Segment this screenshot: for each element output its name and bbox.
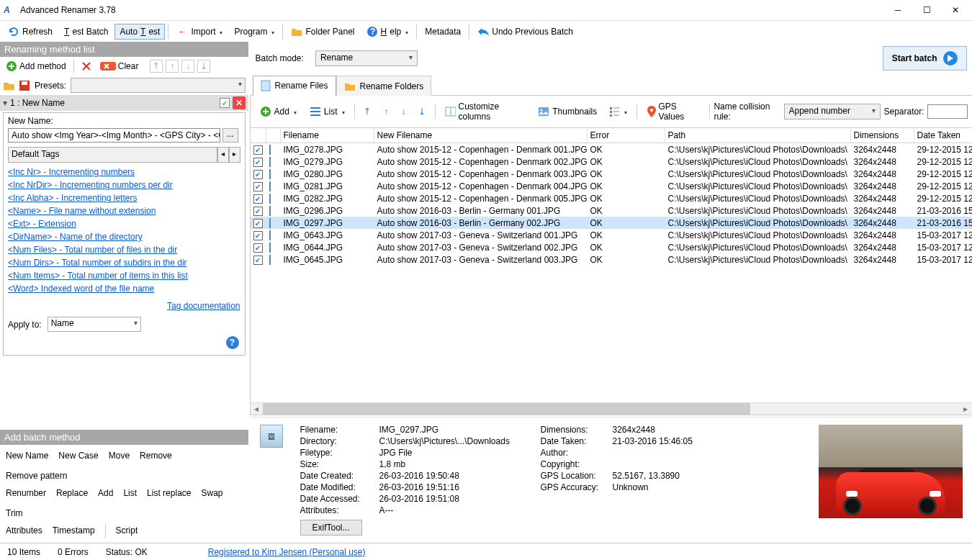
sort-up-button[interactable]: ↑ — [379, 104, 393, 119]
move-bottom-button[interactable]: ⤓ — [197, 60, 210, 73]
pattern-browse-button[interactable]: ... — [222, 128, 238, 143]
table-row[interactable]: ✔IMG_0278.JPGAuto show 2015-12 - Copenha… — [251, 143, 972, 155]
pattern-input[interactable]: Auto show <Img Year>-<Img Month> - <GPS … — [8, 128, 220, 143]
row-checkbox[interactable]: ✔ — [253, 207, 263, 216]
method-help-button[interactable]: ? — [226, 336, 239, 349]
tag-link[interactable]: <Inc NrDir> - Incrementing numbers per d… — [8, 180, 240, 190]
row-checkbox[interactable]: ✔ — [253, 231, 263, 240]
save-preset-icon[interactable] — [19, 80, 30, 91]
tag-category-select[interactable]: Default Tags — [8, 147, 217, 163]
batch-method-list[interactable]: List — [122, 487, 138, 500]
row-checkbox[interactable]: ✔ — [253, 145, 263, 155]
collision-select[interactable]: Append number — [784, 104, 881, 119]
list-menu-button[interactable]: List — [305, 104, 350, 119]
row-checkbox[interactable]: ✔ — [253, 194, 263, 204]
table-row[interactable]: ✔IMG_0281.JPGAuto show 2015-12 - Copenha… — [251, 180, 972, 192]
tag-next-button[interactable]: ▸ — [229, 147, 240, 163]
col-new-filename[interactable]: New Filename — [374, 128, 588, 143]
column-options-button[interactable] — [605, 104, 632, 119]
horizontal-scrollbar[interactable]: ◂▸ — [251, 402, 972, 415]
move-down-button[interactable]: ↓ — [181, 60, 194, 73]
batch-method-remove[interactable]: Remove — [138, 449, 174, 462]
presets-select[interactable] — [71, 78, 245, 93]
batch-method-script[interactable]: Script — [114, 524, 140, 538]
tag-link[interactable]: <Name> - File name without extension — [8, 206, 240, 216]
batch-method-swap[interactable]: Swap — [199, 487, 224, 500]
sort-bottom-button[interactable]: ⤓ — [413, 104, 431, 119]
batch-method-trim[interactable]: Trim — [4, 507, 24, 520]
folder-panel-button[interactable]: Folder Panel — [286, 23, 359, 40]
table-row[interactable]: ✔IMG_0297.JPGAuto show 2016-03 - Berlin … — [251, 217, 972, 229]
table-row[interactable]: ✔IMG_0282.JPGAuto show 2015-12 - Copenha… — [251, 192, 972, 204]
batch-method-add[interactable]: Add — [96, 487, 114, 500]
batch-method-renumber[interactable]: Renumber — [4, 487, 48, 500]
move-top-button[interactable]: ⤒ — [150, 60, 163, 73]
row-checkbox[interactable]: ✔ — [253, 170, 263, 179]
undo-button[interactable]: Undo Previous Batch — [472, 23, 578, 40]
row-checkbox[interactable]: ✔ — [253, 256, 263, 265]
batch-method-remove-pattern[interactable]: Remove pattern — [4, 469, 68, 482]
batch-method-timestamp[interactable]: Timestamp — [51, 524, 96, 538]
batch-method-move[interactable]: Move — [107, 449, 131, 462]
tag-link[interactable]: <Word> Indexed word of the file name — [8, 284, 240, 294]
table-row[interactable]: ✔IMG_0279.JPGAuto show 2015-12 - Copenha… — [251, 155, 972, 168]
minimize-button[interactable]: ─ — [891, 4, 904, 17]
start-batch-button[interactable]: Start batch — [883, 46, 967, 71]
move-up-button[interactable]: ↑ — [166, 60, 179, 73]
batch-method-attributes[interactable]: Attributes — [4, 524, 44, 538]
clear-methods-button[interactable]: Clear — [97, 60, 142, 73]
method-remove-button[interactable]: ✕ — [233, 96, 246, 109]
collapse-icon[interactable]: ▾ — [3, 98, 7, 108]
registration-link[interactable]: Registered to Kim Jensen (Personal use) — [208, 547, 366, 557]
sort-down-button[interactable]: ↓ — [396, 104, 410, 119]
thumbnails-button[interactable]: Thumbnails — [533, 104, 602, 119]
tab-rename-files[interactable]: Rename Files — [253, 76, 336, 96]
gps-values-button[interactable]: GPS Values — [642, 99, 704, 125]
row-checkbox[interactable]: ✔ — [253, 219, 263, 228]
exiftool-button[interactable]: ExifTool... — [300, 520, 362, 536]
batch-mode-select[interactable]: Rename — [315, 50, 418, 66]
tag-documentation-link[interactable]: Tag documentation — [167, 301, 240, 311]
tag-link[interactable]: <Inc Nr> - Incrementing numbers — [8, 167, 240, 177]
delete-method-button[interactable] — [78, 60, 94, 73]
tag-link[interactable]: <Num Items> - Total number of items in t… — [8, 271, 240, 281]
tag-prev-button[interactable]: ◂ — [217, 147, 229, 163]
table-row[interactable]: ✔IMG_0643.JPGAuto show 2017-03 - Geneva … — [251, 229, 972, 241]
separator-input[interactable] — [927, 104, 968, 119]
batch-method-replace[interactable]: Replace — [55, 487, 89, 500]
col-dimensions[interactable]: Dimensions — [851, 128, 914, 143]
tab-rename-folders[interactable]: Rename Folders — [336, 76, 432, 96]
batch-method-new-name[interactable]: New Name — [4, 449, 50, 462]
open-preset-icon[interactable] — [3, 80, 14, 91]
import-button[interactable]: ←Import — [171, 23, 228, 40]
close-button[interactable]: ✕ — [949, 4, 962, 17]
add-files-button[interactable]: Add — [255, 103, 302, 120]
help-button[interactable]: ?Help — [361, 23, 414, 40]
table-row[interactable]: ✔IMG_0280.JPGAuto show 2015-12 - Copenha… — [251, 168, 972, 180]
row-checkbox[interactable]: ✔ — [253, 243, 263, 253]
sort-top-button[interactable]: ⤒ — [359, 104, 376, 119]
table-row[interactable]: ✔IMG_0296.JPGAuto show 2016-03 - Berlin … — [251, 204, 972, 217]
tag-link[interactable]: <Inc Alpha> - Incrementing letters — [8, 193, 240, 203]
maximize-button[interactable]: ☐ — [920, 4, 933, 17]
col-filename[interactable]: Filename — [281, 128, 374, 143]
tag-link[interactable]: <Num Files> - Total number of files in t… — [8, 245, 240, 255]
col-path[interactable]: Path — [665, 128, 851, 143]
test-batch-button[interactable]: Test Batch — [59, 24, 113, 40]
tag-link[interactable]: <Num Dirs> - Total number of subdirs in … — [8, 258, 240, 268]
metadata-button[interactable]: Metadata — [420, 24, 466, 40]
tag-link[interactable]: <Ext> - Extension — [8, 219, 240, 229]
row-checkbox[interactable]: ✔ — [253, 158, 263, 167]
customize-columns-button[interactable]: Customize columns — [440, 99, 530, 125]
auto-test-button[interactable]: Auto Test — [114, 24, 165, 40]
batch-method-list-replace[interactable]: List replace — [145, 487, 192, 500]
batch-method-new-case[interactable]: New Case — [57, 449, 99, 462]
method-enabled-checkbox[interactable]: ✔ — [220, 98, 230, 108]
table-row[interactable]: ✔IMG_0644.JPGAuto show 2017-03 - Geneva … — [251, 241, 972, 253]
tag-link[interactable]: <DirName> - Name of the directory — [8, 232, 240, 242]
col-date-taken[interactable]: Date Taken — [914, 128, 972, 143]
col-error[interactable]: Error — [588, 128, 665, 143]
row-checkbox[interactable]: ✔ — [253, 182, 263, 191]
program-button[interactable]: Program — [229, 24, 279, 40]
add-method-button[interactable]: Add method — [3, 59, 69, 73]
